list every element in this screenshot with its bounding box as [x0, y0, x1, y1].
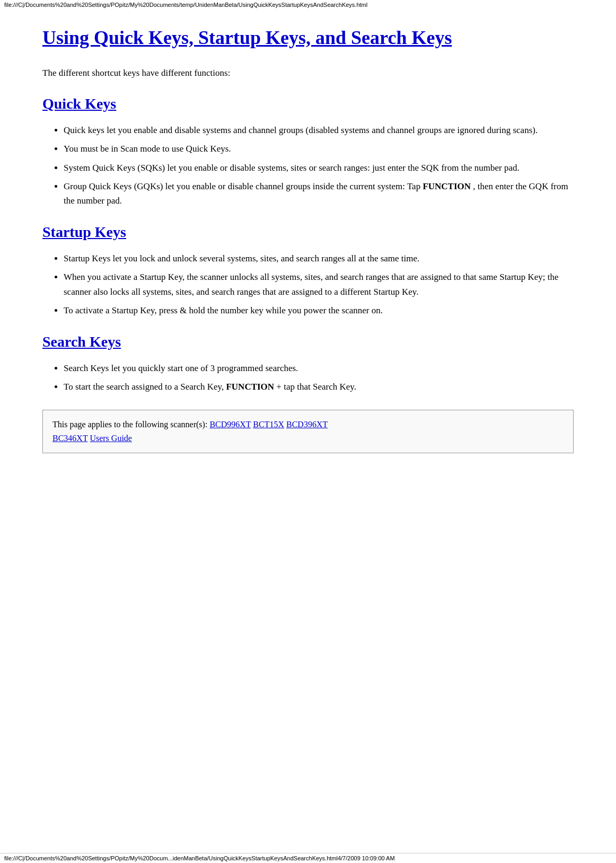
note-box: This page applies to the following scann…	[42, 410, 574, 453]
startup-keys-section: Startup Keys Startup Keys let you lock a…	[42, 224, 574, 318]
intro-text: The different shortcut keys have differe…	[42, 66, 574, 80]
quick-keys-list: Quick keys let you enable and disable sy…	[64, 123, 574, 208]
list-item: Search Keys let you quickly start one of…	[64, 361, 574, 375]
list-item: Startup Keys let you lock and unlock sev…	[64, 251, 574, 266]
startup-keys-list: Startup Keys let you lock and unlock sev…	[64, 251, 574, 318]
search-keys-list: Search Keys let you quickly start one of…	[64, 361, 574, 394]
note-prefix: This page applies to the following scann…	[52, 420, 207, 429]
top-address-bar: file:///C|/Documents%20and%20Settings/PO…	[0, 0, 616, 10]
search-keys-title: Search Keys	[42, 333, 574, 350]
quick-keys-link[interactable]: Quick Keys	[42, 95, 116, 112]
page-title: Using Quick Keys, Startup Keys, and Sear…	[42, 25, 574, 50]
link-bc346xt[interactable]: BC346XT	[52, 434, 87, 443]
search-keys-link[interactable]: Search Keys	[42, 333, 121, 350]
search-keys-section: Search Keys Search Keys let you quickly …	[42, 333, 574, 394]
main-content: Using Quick Keys, Startup Keys, and Sear…	[0, 10, 616, 474]
list-item: Quick keys let you enable and disable sy…	[64, 123, 574, 137]
bottom-status-bar: file:///C|/Documents%20and%20Settings/PO…	[0, 853, 616, 863]
quick-keys-title: Quick Keys	[42, 95, 574, 112]
link-bcd996xt[interactable]: BCD996XT	[209, 420, 251, 429]
url-text: file:///C|/Documents%20and%20Settings/PO…	[4, 2, 367, 8]
list-item: When you activate a Startup Key, the sca…	[64, 270, 574, 298]
link-bct15x[interactable]: BCT15X	[253, 420, 284, 429]
bottom-url-text: file:///C|/Documents%20and%20Settings/PO…	[4, 855, 395, 861]
link-bcd396xt[interactable]: BCD396XT	[286, 420, 328, 429]
quick-keys-section: Quick Keys Quick keys let you enable and…	[42, 95, 574, 208]
list-item: To start the search assigned to a Search…	[64, 380, 574, 394]
startup-keys-link[interactable]: Startup Keys	[42, 224, 126, 240]
list-item: Group Quick Keys (GQKs) let you enable o…	[64, 179, 574, 208]
link-users-guide[interactable]: Users Guide	[90, 434, 132, 443]
list-item: You must be in Scan mode to use Quick Ke…	[64, 142, 574, 156]
list-item: To activate a Startup Key, press & hold …	[64, 303, 574, 318]
startup-keys-title: Startup Keys	[42, 224, 574, 241]
list-item: System Quick Keys (SQKs) let you enable …	[64, 161, 574, 175]
